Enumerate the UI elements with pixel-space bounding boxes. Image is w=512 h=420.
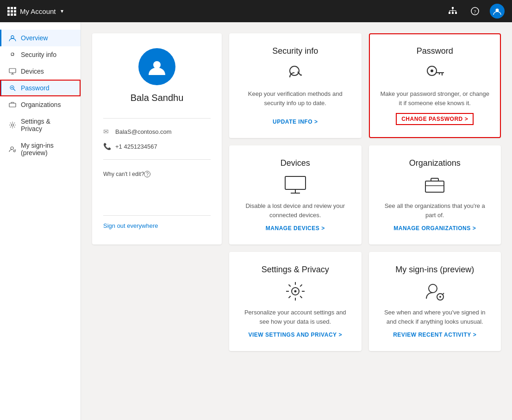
svg-rect-3 [455, 12, 457, 14]
sidebar-item-settings-privacy-label: Settings & Privacy [21, 118, 73, 132]
settings-privacy-title: Settings & Privacy [262, 265, 329, 275]
app-chevron[interactable]: ▾ [61, 8, 63, 14]
sidebar-item-my-signins-label: My sign-ins (preview) [21, 142, 73, 157]
svg-line-25 [15, 150, 16, 150]
devices-description: Disable a lost device and review your co… [240, 201, 350, 219]
password-icon [9, 84, 16, 92]
org-chart-icon[interactable] [445, 4, 460, 19]
change-password-link[interactable]: CHANGE PASSWORD > [396, 113, 474, 125]
security-info-description: Keep your verification methods and secur… [240, 89, 350, 113]
svg-rect-15 [9, 69, 16, 73]
why-cant-edit: Why can't I edit?? [103, 171, 211, 177]
sign-out-everywhere-link[interactable]: Sign out everywhere [103, 222, 158, 229]
svg-line-19 [13, 89, 15, 91]
svg-rect-37 [425, 181, 444, 192]
shield-icon [9, 51, 16, 58]
sidebar-item-security-info-label: Security info [21, 51, 56, 58]
signin-icon [9, 145, 16, 153]
help-icon[interactable]: ? [468, 4, 482, 19]
sidebar-item-password-label: Password [21, 84, 49, 92]
app-grid-icon[interactable] [7, 7, 16, 16]
profile-phone-row: 📞 +1 4251234567 [103, 139, 211, 154]
profile-avatar [138, 48, 175, 85]
sidebar-item-devices[interactable]: Devices [0, 63, 81, 80]
svg-line-44 [443, 293, 444, 295]
sidebar-item-security-info[interactable]: Security info [0, 46, 81, 63]
password-title: Password [417, 46, 453, 56]
my-signins-card: My sign-ins (preview) See when and where… [369, 252, 501, 351]
update-info-link[interactable]: UPDATE INFO > [273, 119, 318, 125]
help-question-icon[interactable]: ? [144, 171, 150, 177]
app-name[interactable]: My Account [20, 7, 56, 15]
manage-organizations-link[interactable]: MANAGE ORGANIZATIONS > [393, 225, 476, 232]
settings-privacy-description: Personalize your account settings and se… [240, 308, 350, 326]
settings-privacy-card: Settings & Privacy Personalize your acco… [229, 252, 362, 351]
manage-devices-link[interactable]: MANAGE DEVICES > [266, 225, 325, 232]
svg-text:?: ? [474, 9, 476, 14]
svg-point-24 [13, 150, 15, 152]
profile-divider-1 [103, 118, 211, 119]
user-avatar-icon[interactable] [490, 4, 505, 19]
svg-rect-1 [449, 12, 450, 14]
svg-point-23 [11, 147, 13, 150]
sidebar-item-organizations[interactable]: Organizations [0, 96, 81, 113]
profile-card: Bala Sandhu ✉ BalaS@contoso.com 📞 +1 425… [92, 33, 222, 244]
svg-point-22 [12, 124, 14, 126]
my-signins-title: My sign-ins (preview) [395, 265, 474, 275]
svg-rect-2 [452, 12, 454, 14]
profile-email: BalaS@contoso.com [115, 128, 172, 135]
security-info-title: Security info [272, 46, 318, 56]
organizations-title: Organizations [409, 158, 461, 168]
sign-out-divider [103, 215, 211, 216]
email-icon: ✉ [103, 128, 111, 135]
topbar-right: ? [445, 4, 505, 19]
main-layout: Overview Security info Devic [0, 22, 512, 420]
user-icon [9, 34, 16, 42]
organizations-description: See all the organizations that you're a … [380, 201, 490, 219]
organizations-card-icon [424, 174, 446, 196]
password-card-icon [424, 62, 446, 84]
svg-point-43 [439, 296, 441, 298]
devices-card-icon [284, 174, 306, 196]
svg-point-12 [11, 36, 14, 38]
sidebar: Overview Security info Devic [0, 22, 81, 420]
sidebar-item-settings-privacy[interactable]: Settings & Privacy [0, 113, 81, 137]
sidebar-item-password[interactable]: Password [0, 80, 81, 96]
device-icon [9, 68, 16, 75]
topbar-left: My Account ▾ [7, 7, 63, 16]
svg-point-41 [429, 284, 437, 293]
settings-icon [9, 121, 16, 129]
sidebar-item-overview-label: Overview [21, 34, 48, 42]
content-area: Bala Sandhu ✉ BalaS@contoso.com 📞 +1 425… [81, 22, 512, 420]
profile-divider-2 [103, 159, 211, 160]
org-icon [9, 101, 16, 108]
svg-rect-34 [285, 176, 306, 189]
profile-name: Bala Sandhu [131, 93, 184, 103]
security-info-card: Security info Keep your verification met… [229, 33, 362, 138]
devices-title: Devices [281, 158, 310, 168]
topbar: My Account ▾ ? [0, 0, 512, 22]
review-recent-activity-link[interactable]: REVIEW RECENT ACTIVITY > [393, 332, 476, 338]
svg-rect-21 [9, 103, 16, 107]
password-description: Make your password stronger, or change i… [380, 89, 490, 107]
svg-point-33 [431, 69, 433, 72]
sidebar-item-devices-label: Devices [21, 68, 44, 75]
sidebar-item-my-signins[interactable]: My sign-ins (preview) [0, 137, 81, 161]
security-info-icon [284, 62, 306, 84]
profile-email-row: ✉ BalaS@contoso.com [103, 124, 211, 139]
my-signins-description: See when and where you've signed in and … [380, 308, 490, 326]
svg-point-40 [294, 290, 296, 293]
svg-rect-0 [452, 7, 454, 9]
view-settings-privacy-link[interactable]: VIEW SETTINGS AND PRIVACY > [248, 332, 342, 338]
sidebar-item-organizations-label: Organizations [21, 101, 61, 108]
my-signins-card-icon [424, 280, 446, 302]
phone-icon: 📞 [103, 143, 111, 150]
cards-grid: Bala Sandhu ✉ BalaS@contoso.com 📞 +1 425… [92, 33, 501, 351]
sidebar-item-overview[interactable]: Overview [0, 30, 81, 46]
organizations-card: Organizations See all the organizations … [369, 145, 501, 244]
devices-card: Devices Disable a lost device and review… [229, 145, 362, 244]
sign-out-section: Sign out everywhere [103, 208, 211, 230]
profile-phone: +1 4251234567 [115, 143, 157, 150]
why-edit-text: Why can't I edit? [103, 171, 144, 177]
svg-point-26 [153, 61, 161, 69]
